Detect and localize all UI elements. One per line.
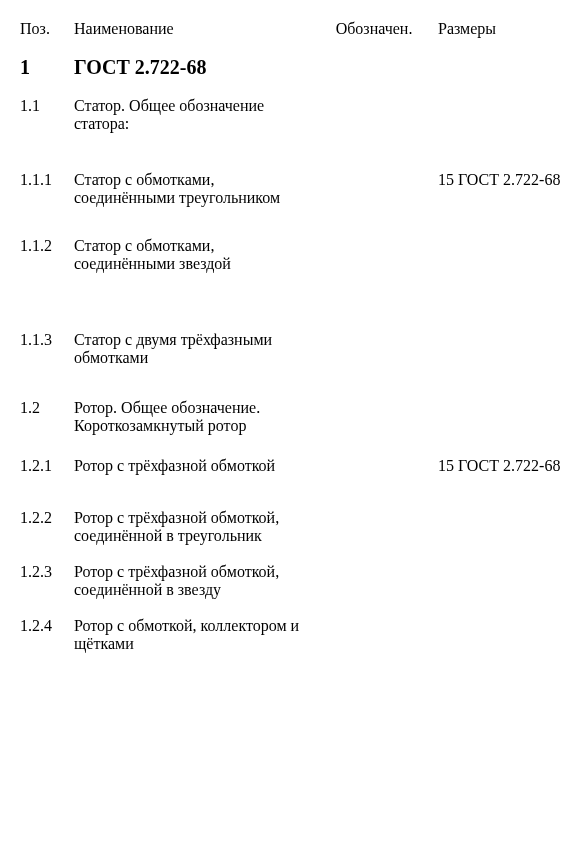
row-1-2: 1.2 Ротор. Общее обозначение. Короткозам… [20, 399, 550, 435]
document-page: Поз. Наименование Обозначен. Размеры 1 Г… [0, 0, 570, 845]
row-1-1-3: 1.1.3 Статор с двумя трёхфазными обмотка… [20, 331, 550, 367]
header-name: Наименование [74, 20, 314, 38]
row-1-1-name: Статор. Общее обозначение статора: [74, 97, 314, 133]
section-1-num: 1 [20, 56, 74, 79]
row-1-2-4-num: 1.2.4 [20, 617, 74, 635]
row-1-2-2: 1.2.2 Ротор с трёхфазной обмоткой, соеди… [20, 509, 550, 545]
row-1-2-2-num: 1.2.2 [20, 509, 74, 527]
row-1-1-3-name: Статор с двумя трёхфазными обмотками [74, 331, 314, 367]
row-1-1-2-num: 1.1.2 [20, 237, 74, 255]
row-1-2-1-name: Ротор с трёхфазной обмоткой [74, 457, 314, 475]
row-1-1-1-name: Статор с обмотками, соединёнными треугол… [74, 171, 314, 207]
row-1-1-2: 1.1.2 Статор с обмотками, соединёнными з… [20, 237, 550, 273]
row-1-1-3-num: 1.1.3 [20, 331, 74, 349]
row-1-2-4: 1.2.4 Ротор с обмоткой, коллектором и щё… [20, 617, 550, 653]
row-1-1: 1.1 Статор. Общее обозначение статора: [20, 97, 550, 133]
row-1-2-3-name: Ротор с трёхфазной обмоткой, соединённой… [74, 563, 314, 599]
section-1: 1 ГОСТ 2.722-68 [20, 56, 550, 79]
row-1-2-1: 1.2.1 Ротор с трёхфазной обмоткой 15 ГОС… [20, 457, 550, 475]
row-1-2-name: Ротор. Общее обозначение. Короткозамкнут… [74, 399, 314, 435]
header-size: Размеры [434, 20, 550, 38]
row-1-2-4-name: Ротор с обмоткой, коллектором и щётками [74, 617, 314, 653]
table-header-row: Поз. Наименование Обозначен. Размеры [20, 20, 550, 38]
row-1-2-1-size: 15 ГОСТ 2.722-68 [434, 457, 560, 475]
row-1-1-num: 1.1 [20, 97, 74, 115]
header-symbol: Обозначен. [314, 20, 434, 38]
section-1-title: ГОСТ 2.722-68 [74, 56, 314, 79]
row-1-1-2-name: Статор с обмотками, соединёнными звездой [74, 237, 314, 273]
row-1-2-3-num: 1.2.3 [20, 563, 74, 581]
row-1-2-num: 1.2 [20, 399, 74, 417]
row-1-2-1-num: 1.2.1 [20, 457, 74, 475]
row-1-2-2-name: Ротор с трёхфазной обмоткой, соединённой… [74, 509, 314, 545]
header-num: Поз. [20, 20, 74, 38]
row-1-2-3: 1.2.3 Ротор с трёхфазной обмоткой, соеди… [20, 563, 550, 599]
row-1-1-1: 1.1.1 Статор с обмотками, соединёнными т… [20, 171, 550, 207]
row-1-1-1-size: 15 ГОСТ 2.722-68 [434, 171, 560, 189]
row-1-1-1-num: 1.1.1 [20, 171, 74, 189]
